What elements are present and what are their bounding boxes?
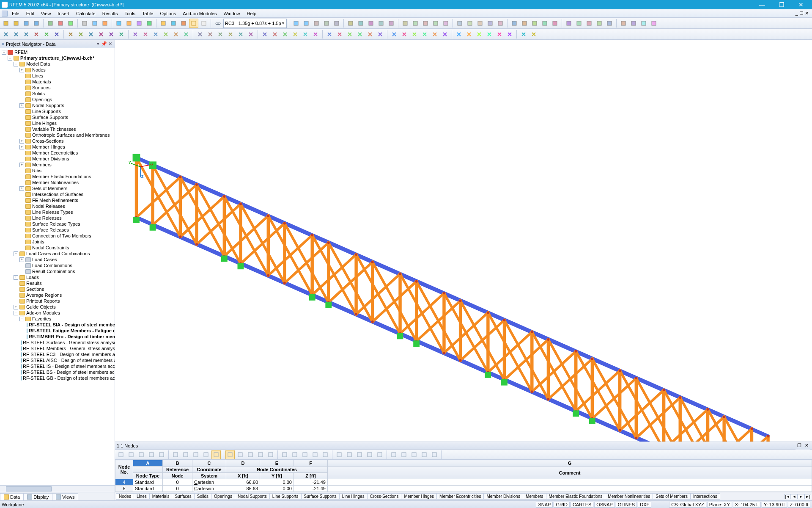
tree-node[interactable]: Sections (1, 286, 115, 292)
table-tab[interactable]: Member Eccentricities (436, 493, 484, 500)
menu-file[interactable]: File (8, 10, 23, 17)
tabletb-button-20[interactable] (335, 450, 344, 459)
toolbar2-button-21[interactable] (226, 30, 235, 39)
toolbar1-button-10[interactable] (114, 19, 123, 28)
3d-viewport[interactable]: x y z (115, 40, 812, 442)
tree-node[interactable]: Printout Reports (1, 298, 115, 304)
tabletb-button-16[interactable] (290, 450, 299, 459)
tree-node[interactable]: Nodal Constraints (1, 245, 115, 251)
toolbar1b-button-6[interactable] (356, 19, 365, 28)
toolbar1-button-2[interactable] (22, 19, 31, 28)
tabletb-button-27[interactable] (409, 450, 419, 459)
toolbar2-button-11[interactable] (117, 30, 126, 39)
tree-node[interactable]: +Nodal Supports (1, 102, 115, 108)
toolbar1b-button-19[interactable] (496, 19, 505, 28)
menu-table[interactable]: Table (139, 10, 156, 17)
toolbar1-button-13[interactable] (145, 19, 154, 28)
table-tab[interactable]: Lines (134, 493, 150, 500)
menu-options[interactable]: Options (156, 10, 179, 17)
tabletb-button-2[interactable] (137, 450, 146, 459)
loadcase-dropdown[interactable]: RC3 - 1.35g + 0.87s + 1.5p ▼ (223, 19, 287, 28)
toolbar2-button-41[interactable] (440, 30, 450, 39)
tabletb-button-29[interactable] (430, 450, 439, 459)
tree-node[interactable]: Intersections of Surfaces (1, 191, 115, 197)
tree-node[interactable]: +Loads (1, 274, 115, 280)
toolbar2-button-14[interactable] (151, 30, 160, 39)
menu-addons[interactable]: Add-on Modules (179, 10, 220, 17)
table-tab[interactable]: Member Elastic Foundations (546, 493, 606, 500)
toolbar1b-button-23[interactable] (540, 19, 549, 28)
toolbar2-button-33[interactable] (355, 30, 365, 39)
toolbar1-button-6[interactable] (66, 19, 75, 28)
tree-node[interactable]: RF-STEEL IS - Design of steel members ac… (1, 363, 115, 369)
table-tab[interactable]: Intersections (690, 493, 720, 500)
nav-tab-views[interactable]: Views (52, 493, 78, 500)
toolbar1b-button-1[interactable] (302, 19, 311, 28)
table-tab[interactable]: Materials (149, 493, 173, 500)
tree-node[interactable]: FE Mesh Refinements (1, 197, 115, 203)
tree-node[interactable]: Materials (1, 79, 115, 85)
toolbar2-button-4[interactable] (42, 30, 51, 39)
tree-node[interactable]: Surface Release Types (1, 221, 115, 227)
tabletb-button-11[interactable] (236, 450, 245, 459)
table-tab[interactable]: Surface Supports (301, 493, 340, 500)
toolbar1b-button-26[interactable] (574, 19, 584, 28)
toolbar1-binoculars-icon[interactable] (213, 19, 222, 28)
tree-node[interactable]: RF-STEEL EC3 - Design of steel members a… (1, 351, 115, 357)
toolbar1b-button-31[interactable] (629, 19, 638, 28)
navigator-pin-icon[interactable]: 📌 (101, 41, 107, 47)
tabletb-button-10[interactable] (225, 450, 235, 459)
tabletb-button-24[interactable] (375, 450, 384, 459)
toolbar2-button-26[interactable] (280, 30, 290, 39)
toolbar2-button-29[interactable] (311, 30, 320, 39)
tabletb-button-23[interactable] (365, 450, 374, 459)
tree-node[interactable]: RF-STEEL GB - Design of steel members ac… (1, 375, 115, 381)
toolbar2-button-34[interactable] (365, 30, 375, 39)
toolbar1b-button-33[interactable] (649, 19, 658, 28)
tree-node[interactable]: Surface Supports (1, 114, 115, 120)
tree-node[interactable]: Member Divisions (1, 156, 115, 162)
menu-help[interactable]: Help (244, 10, 260, 17)
tree-node[interactable]: Surface Releases (1, 227, 115, 233)
toolbar1b-button-12[interactable] (421, 19, 430, 28)
tabletb-button-6[interactable] (181, 450, 190, 459)
toolbar1b-button-25[interactable] (564, 19, 573, 28)
toolbar2-button-1[interactable] (11, 30, 21, 39)
toolbar1b-button-0[interactable] (291, 19, 301, 28)
tree-node[interactable]: Member Eccentricities (1, 150, 115, 156)
toolbar1b-button-11[interactable] (411, 19, 420, 28)
tree-node[interactable]: RF-STEEL Fatigue Members - Fatigue desig… (1, 328, 115, 334)
toolbar2-button-32[interactable] (345, 30, 354, 39)
tree-node[interactable]: Surfaces (1, 85, 115, 91)
toolbar1b-button-32[interactable] (639, 19, 648, 28)
tree-node[interactable]: Member Nonlinearities (1, 179, 115, 185)
toolbar2-button-19[interactable] (206, 30, 215, 39)
toolbar1b-button-24[interactable] (550, 19, 560, 28)
tabletb-button-0[interactable] (116, 450, 126, 459)
tree-node[interactable]: Result Combinations (1, 268, 115, 274)
tree-node[interactable]: RF-STEEL Surfaces - General stress analy… (1, 340, 115, 345)
tabletb-button-8[interactable] (201, 450, 211, 459)
menu-view[interactable]: View (38, 10, 55, 17)
tabletb-button-15[interactable] (280, 450, 289, 459)
toolbar1b-button-10[interactable] (401, 19, 410, 28)
status-dxf[interactable]: DXF (638, 502, 651, 508)
tree-node[interactable]: +Cross-Sections (1, 138, 115, 144)
tree-node[interactable]: Joints (1, 239, 115, 245)
toolbar2-button-31[interactable] (335, 30, 344, 39)
tab-last[interactable]: ►| (804, 494, 811, 499)
toolbar1b-button-2[interactable] (312, 19, 321, 28)
toolbar2-button-38[interactable] (410, 30, 419, 39)
tree-node[interactable]: RF-STEEL BS - Design of steel members ac… (1, 369, 115, 375)
toolbar2-button-36[interactable] (390, 30, 399, 39)
tabletb-button-26[interactable] (399, 450, 409, 459)
toolbar2-button-9[interactable] (96, 30, 106, 39)
nav-tab-display[interactable]: Display (23, 493, 52, 500)
toolbar2-button-47[interactable] (505, 30, 514, 39)
toolbar2-button-13[interactable] (141, 30, 150, 39)
toolbar1b-button-30[interactable] (619, 19, 628, 28)
tree-node[interactable]: Line Hinges (1, 120, 115, 126)
toolbar2-button-22[interactable] (236, 30, 245, 39)
toolbar2-button-35[interactable] (376, 30, 385, 39)
tree-node[interactable]: Variable Thicknesses (1, 126, 115, 132)
